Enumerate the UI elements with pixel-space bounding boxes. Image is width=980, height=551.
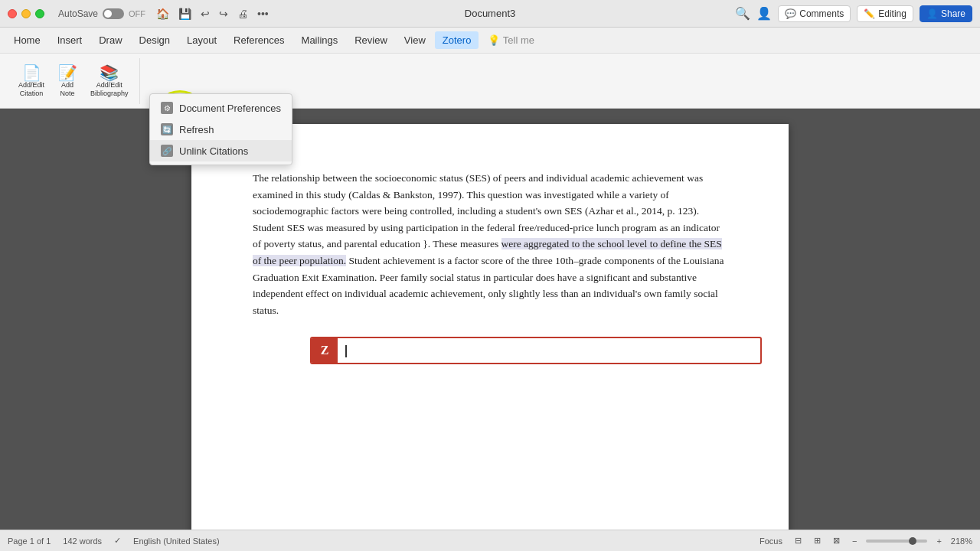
bibliography-icon: 📚 [100,65,119,80]
comments-button[interactable]: 💬 Comments [778,5,851,22]
dropdown-refresh[interactable]: 🔄 Refresh [150,119,292,140]
document-page[interactable]: The relationship between the socioeconom… [191,124,789,530]
zotero-logo: Z [312,338,338,363]
autosave-state: OFF [129,9,145,18]
preferences-icon: ⚙ [161,102,173,114]
page-info: Page 1 of 1 [8,536,51,546]
view-mode-3-icon[interactable]: ⊠ [830,535,843,546]
status-bar: Page 1 of 1 142 words ✓ English (United … [0,530,980,551]
dropdown-unlink-citations[interactable]: 🔗 Unlink Citations [150,140,292,161]
title-bar: AutoSave OFF 🏠 💾 ↩ ↪ 🖨 ••• Document3 🔍 👤… [0,0,980,28]
title-bar-right: 🔍 👤 💬 Comments ✏️ Editing 👤 Share [735,5,972,22]
menu-layout[interactable]: Layout [179,31,224,49]
add-edit-bibliography-button[interactable]: 📚 Add/EditBibliography [86,64,133,99]
window-controls [8,9,44,18]
quick-access-toolbar: 🏠 💾 ↩ ↪ 🖨 ••• [153,6,272,21]
menu-draw[interactable]: Draw [91,31,129,49]
menu-view[interactable]: View [397,31,433,49]
zotero-citation-popup[interactable]: Z [310,337,762,364]
view-mode-2-icon[interactable]: ⊞ [811,535,824,546]
document-area: The relationship between the socioeconom… [0,109,980,530]
citation-icon: 📄 [22,65,41,80]
dropdown-doc-preferences[interactable]: ⚙ Document Preferences [150,97,292,119]
zotero-search-input[interactable] [338,343,760,359]
autosave-toggle[interactable] [103,8,124,19]
zoom-percent: 218% [951,536,972,546]
profile-icon-btn[interactable]: 👤 [756,6,772,21]
document-text: The relationship between the socioeconom… [253,170,727,318]
share-icon: 👤 [926,8,938,19]
save-icon-btn[interactable]: 💾 [175,6,194,21]
text-after-popup: }. These measures were aggregated to the… [253,238,724,315]
zoom-in-button[interactable]: + [933,536,944,546]
refresh-icon: 🔄 [161,123,173,135]
menu-bar: Home Insert Draw Design Layout Reference… [0,28,980,54]
pencil-icon: ✏️ [864,8,875,19]
home-icon-btn[interactable]: 🏠 [153,6,172,21]
menu-review[interactable]: Review [347,31,395,49]
word-count: 142 words [63,536,102,546]
language: English (United States) [133,536,220,546]
status-bar-right: Focus ⊟ ⊞ ⊠ − + 218% [756,535,972,546]
zoom-out-button[interactable]: − [849,536,860,546]
proofing-icon: ✓ [114,536,121,546]
more-icon-btn[interactable]: ••• [254,6,272,21]
editing-button[interactable]: ✏️ Editing [857,5,913,22]
minimize-button[interactable] [21,9,31,18]
undo-icon-btn[interactable]: ↩ [198,6,213,21]
menu-mailings[interactable]: Mailings [294,31,346,49]
focus-button[interactable]: Focus [756,536,786,546]
search-icon-btn[interactable]: 🔍 [735,6,750,21]
share-button[interactable]: 👤 Share [920,5,972,22]
add-edit-citation-button[interactable]: 📄 Add/EditCitation [14,64,49,99]
maximize-button[interactable] [35,9,44,18]
focus-label: Focus [760,536,782,546]
zoom-thumb [909,537,916,545]
menu-references[interactable]: References [226,31,292,49]
comments-icon: 💬 [785,8,796,19]
menu-tell-me[interactable]: 💡 Tell me [480,31,542,49]
zotero-dropdown-menu: ⚙ Document Preferences 🔄 Refresh 🔗 Unlin… [149,93,292,165]
editing-label: Editing [878,8,906,19]
menu-home[interactable]: Home [6,31,48,49]
autosave-label: AutoSave [58,8,98,19]
autosave-area: AutoSave OFF [58,8,145,19]
close-button[interactable] [8,9,17,18]
share-label: Share [941,8,965,19]
zoom-slider[interactable] [866,540,927,543]
print-icon-btn[interactable]: 🖨 [234,6,251,21]
document-title: Document3 [465,8,515,19]
menu-design[interactable]: Design [132,31,178,49]
view-mode-1-icon[interactable]: ⊟ [792,535,805,546]
menu-zotero[interactable]: Zotero [435,31,479,49]
menu-insert[interactable]: Insert [50,31,90,49]
note-icon: 📝 [58,65,77,80]
title-text: Document3 [465,8,515,19]
redo-icon-btn[interactable]: ↪ [216,6,231,21]
ribbon-zotero-group: 📄 Add/EditCitation 📝 AddNote 📚 Add/EditB… [8,58,140,104]
add-note-button[interactable]: 📝 AddNote [52,64,83,99]
text-cursor [345,345,347,357]
ribbon: 📄 Add/EditCitation 📝 AddNote 📚 Add/EditB… [0,54,980,109]
unlink-icon: 🔗 [161,145,173,157]
comments-label: Comments [799,8,844,19]
